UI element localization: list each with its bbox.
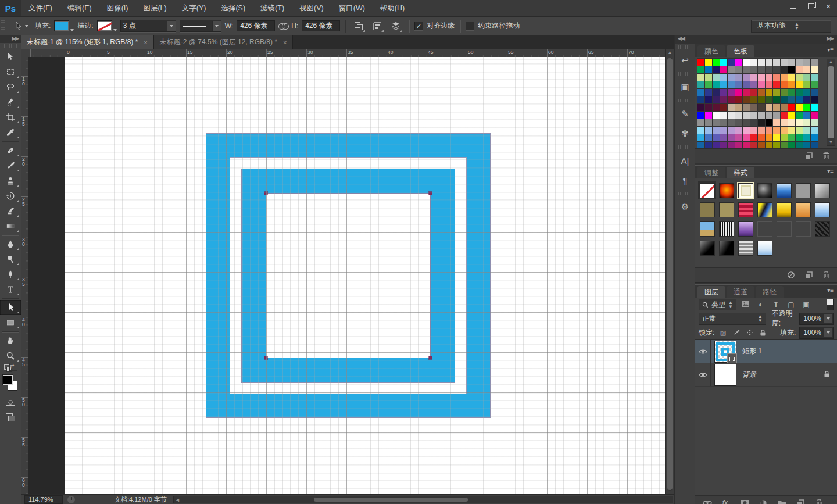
default-swap-colors[interactable]: ⇄ [0, 363, 21, 371]
tool-presets-panel-icon[interactable]: ⚙ [675, 197, 695, 217]
clone-stamp-tool[interactable] [0, 173, 21, 188]
color-swatch[interactable] [773, 127, 780, 134]
3d-panel-icon[interactable]: ▣ [675, 77, 695, 97]
color-swatch[interactable] [735, 119, 742, 126]
workspace-switcher[interactable]: 基本功能 ▲▼ [751, 20, 831, 33]
color-swatch[interactable] [781, 142, 788, 148]
style-white-blue-gloss[interactable] [756, 239, 774, 257]
color-swatch[interactable] [720, 127, 727, 134]
dock-grip[interactable] [678, 45, 692, 49]
color-swatch[interactable] [698, 112, 704, 119]
color-swatch[interactable] [781, 81, 788, 88]
path-operations-button[interactable] [351, 19, 366, 33]
color-swatch[interactable] [735, 59, 742, 66]
color-swatch[interactable] [788, 134, 795, 141]
rectangle-tool[interactable] [0, 315, 21, 330]
document-canvas[interactable] [65, 57, 666, 494]
scroll-up-icon[interactable]: ▲ [666, 50, 674, 56]
color-swatch[interactable] [758, 89, 765, 96]
color-swatch[interactable] [796, 112, 803, 119]
color-swatch[interactable] [728, 59, 735, 66]
color-swatch[interactable] [796, 74, 803, 81]
color-swatch[interactable] [705, 104, 712, 111]
tab-close-icon[interactable]: × [282, 39, 288, 46]
color-swatch[interactable] [796, 81, 803, 88]
color-swatch[interactable] [803, 66, 810, 73]
fill-swatch[interactable] [54, 20, 74, 31]
menu-item-8[interactable]: 视图(V) [292, 0, 331, 16]
color-swatch[interactable] [803, 74, 810, 81]
color-swatch[interactable] [698, 81, 704, 88]
color-swatch[interactable] [750, 112, 757, 119]
color-swatch[interactable] [781, 127, 788, 134]
foreground-background-colors[interactable] [0, 371, 21, 395]
color-swatch[interactable] [788, 96, 795, 103]
menu-item-5[interactable]: 文字(Y) [174, 0, 214, 16]
color-swatch[interactable] [743, 66, 750, 73]
layer-visibility-toggle[interactable] [695, 340, 711, 363]
style-dark-texture[interactable] [813, 220, 831, 238]
color-swatch[interactable] [735, 104, 742, 111]
style-violet-gloss[interactable] [736, 220, 754, 238]
blend-mode-combo[interactable]: 正常 ▲▼ [699, 313, 766, 325]
zoom-tool[interactable] [0, 348, 21, 363]
align-edges-option[interactable]: ✓ 对齐边缘 [414, 21, 455, 31]
layers-tab-通道[interactable]: 通道 [727, 286, 754, 298]
color-swatch[interactable] [781, 59, 788, 66]
color-swatch[interactable] [788, 119, 795, 126]
path-arrangement-button[interactable] [388, 19, 403, 33]
color-swatch[interactable] [720, 104, 727, 111]
style-orange-glow[interactable] [717, 181, 735, 199]
color-swatch[interactable] [720, 112, 727, 119]
healing-brush-tool[interactable] [0, 143, 21, 158]
color-swatch[interactable] [788, 74, 795, 81]
color-swatch[interactable] [720, 96, 727, 103]
constrain-path-option[interactable]: 约束路径拖动 [466, 21, 520, 31]
color-swatch[interactable] [796, 89, 803, 96]
move-tool[interactable] [0, 49, 21, 65]
foreground-color-swatch[interactable] [3, 375, 13, 385]
color-swatch[interactable] [758, 74, 765, 81]
filter-smart-object-button[interactable]: ▣ [800, 301, 812, 309]
color-swatch[interactable] [720, 81, 727, 88]
color-swatch[interactable] [796, 96, 803, 103]
color-swatch[interactable] [781, 66, 788, 73]
color-swatch[interactable] [788, 112, 795, 119]
color-swatch[interactable] [750, 134, 757, 141]
color-swatch[interactable] [781, 104, 788, 111]
document-viewport[interactable] [28, 57, 666, 494]
scroll-left-icon[interactable]: ◄ [175, 497, 180, 503]
color-swatch[interactable] [811, 104, 818, 111]
style-empty-3[interactable] [794, 220, 812, 238]
layer-row-2[interactable]: 背景 [695, 363, 837, 387]
color-swatch[interactable] [728, 74, 735, 81]
link-dimensions-icon[interactable] [278, 23, 288, 29]
color-swatch[interactable] [781, 89, 788, 96]
color-swatch[interactable] [720, 74, 727, 81]
color-swatch[interactable] [796, 142, 803, 148]
close-button[interactable]: ✕ [820, 0, 837, 13]
color-swatch[interactable] [781, 134, 788, 141]
color-swatch[interactable] [705, 81, 712, 88]
rectangular-marquee-tool[interactable] [0, 65, 21, 80]
style-flat-gray[interactable] [794, 181, 812, 199]
paragraph-panel-icon[interactable]: ¶ [675, 170, 695, 190]
vertical-scroll-thumb[interactable] [667, 58, 673, 491]
color-swatch[interactable] [811, 96, 818, 103]
color-swatch[interactable] [743, 81, 750, 88]
layer-name[interactable]: 矩形 1 [742, 346, 762, 356]
color-swatch[interactable] [803, 142, 810, 148]
color-swatch[interactable] [750, 127, 757, 134]
vertical-scrollbar[interactable]: ▲ [665, 49, 674, 494]
ruler-origin-corner[interactable] [21, 49, 29, 58]
color-swatch[interactable] [728, 81, 735, 88]
color-swatch[interactable] [698, 134, 704, 141]
clear-style-button[interactable] [786, 270, 796, 280]
history-panel-icon[interactable]: ↩ [675, 51, 695, 70]
lock-position-button[interactable] [745, 328, 754, 337]
eyedropper-tool[interactable] [0, 125, 21, 140]
color-swatch[interactable] [728, 104, 735, 111]
color-swatch[interactable] [773, 66, 780, 73]
new-layer-button[interactable] [795, 498, 806, 504]
style-horizon[interactable] [698, 220, 716, 238]
